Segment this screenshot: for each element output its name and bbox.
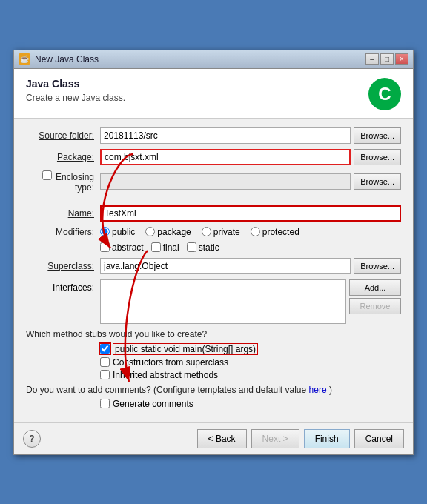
stub-main-checkbox[interactable] xyxy=(100,344,110,354)
checkbox-final[interactable] xyxy=(151,242,161,252)
modifiers-row: Modifiers: public package private protec… xyxy=(26,227,401,237)
interfaces-buttons: Add... Remove xyxy=(349,279,401,314)
remove-interface-button[interactable]: Remove xyxy=(349,298,401,314)
modifier-protected: protected xyxy=(251,227,299,237)
header-section: Java Class Create a new Java class. C xyxy=(14,69,413,119)
superclass-browse-button[interactable]: Browse... xyxy=(354,258,401,274)
modifiers-radio-group: public package private protected xyxy=(100,227,401,237)
enclosing-type-browse-button[interactable]: Browse... xyxy=(354,173,401,190)
minimize-button[interactable]: – xyxy=(365,53,379,65)
header-text: Java Class Create a new Java class. xyxy=(26,78,125,103)
add-interface-button[interactable]: Add... xyxy=(349,279,401,296)
stub-inherited-checkbox[interactable] xyxy=(100,370,110,379)
java-icon: C xyxy=(368,78,401,110)
stub-main: public static void main(String[] args) xyxy=(100,343,401,355)
enclosing-type-row: Enclosing type: Browse... xyxy=(26,170,401,193)
help-button[interactable]: ? xyxy=(23,430,41,448)
source-folder-label: Source folder: xyxy=(26,130,100,141)
modifier-private: private xyxy=(202,227,240,237)
name-row: Name: xyxy=(26,205,401,222)
package-label: Package: xyxy=(26,152,100,162)
checkbox-static[interactable] xyxy=(187,242,196,252)
divider-1 xyxy=(26,199,401,199)
comments-section: Do you want to add comments? (Configure … xyxy=(26,385,401,409)
superclass-row: Superclass: Browse... xyxy=(26,258,401,274)
back-button[interactable]: < Back xyxy=(197,429,247,448)
footer-left: ? xyxy=(23,430,41,448)
radio-private[interactable] xyxy=(202,227,211,236)
superclass-label: Superclass: xyxy=(26,261,100,271)
finish-button[interactable]: Finish xyxy=(304,429,350,448)
radio-public[interactable] xyxy=(100,227,110,236)
next-button[interactable]: Next > xyxy=(251,429,299,448)
title-bar-buttons: – □ × xyxy=(365,53,408,65)
name-label: Name: xyxy=(26,208,100,219)
dialog-title: Java Class xyxy=(26,78,125,90)
title-bar-left: ☕ New Java Class xyxy=(19,53,99,65)
name-input[interactable] xyxy=(100,205,401,222)
footer-right: < Back Next > Finish Cancel xyxy=(197,429,404,448)
modifier-final: final xyxy=(151,242,179,253)
source-folder-row: Source folder: Browse... xyxy=(26,127,401,144)
radio-protected[interactable] xyxy=(251,227,260,236)
maximize-button[interactable]: □ xyxy=(380,53,394,65)
modifiers-row2: abstract final static xyxy=(100,242,401,253)
source-folder-browse-button[interactable]: Browse... xyxy=(354,127,401,144)
modifier-abstract: abstract xyxy=(100,242,144,253)
generate-comments-checkbox[interactable] xyxy=(100,399,110,408)
stub-constructors: Constructors from superclass xyxy=(100,357,401,368)
generate-comments-row: Generate comments xyxy=(100,399,401,409)
dialog-window: ☕ New Java Class – □ × Java Class Create… xyxy=(13,50,414,455)
package-browse-button[interactable]: Browse... xyxy=(354,149,401,165)
enclosing-type-input[interactable] xyxy=(100,173,351,190)
form-content: Source folder: Browse... Package: Browse… xyxy=(14,119,413,422)
cancel-button[interactable]: Cancel xyxy=(354,429,404,448)
close-button[interactable]: × xyxy=(395,53,408,65)
radio-package[interactable] xyxy=(145,227,155,236)
modifier-package: package xyxy=(145,227,191,237)
stubs-section: Which method stubs would you like to cre… xyxy=(26,329,401,380)
generate-comments-label: Generate comments xyxy=(113,399,193,409)
modifier-static: static xyxy=(187,242,219,253)
package-row: Package: Browse... xyxy=(26,149,401,165)
dialog-subtitle: Create a new Java class. xyxy=(26,93,125,103)
comments-text: Do you want to add comments? (Configure … xyxy=(26,385,401,395)
package-input[interactable] xyxy=(100,149,351,165)
enclosing-type-label: Enclosing type: xyxy=(56,172,94,193)
interfaces-label: Interfaces: xyxy=(26,279,100,293)
window-icon: ☕ xyxy=(19,53,30,65)
enclosing-type-checkbox[interactable] xyxy=(42,170,52,180)
stubs-title: Which method stubs would you like to cre… xyxy=(26,329,401,339)
checkbox-abstract[interactable] xyxy=(100,242,110,252)
modifier-public: public xyxy=(100,227,135,237)
title-bar: ☕ New Java Class – □ × xyxy=(14,50,413,69)
interfaces-section: Interfaces: Add... Remove xyxy=(26,279,401,324)
window-title: New Java Class xyxy=(35,54,99,64)
stub-inherited: Inherited abstract methods xyxy=(100,370,401,380)
superclass-input[interactable] xyxy=(100,258,351,274)
modifiers-label: Modifiers: xyxy=(26,227,100,237)
interfaces-box xyxy=(100,279,346,324)
stubs-items: public static void main(String[] args) C… xyxy=(100,343,401,380)
stub-constructors-checkbox[interactable] xyxy=(100,357,110,367)
comments-link[interactable]: here xyxy=(309,385,327,395)
source-folder-input[interactable] xyxy=(100,127,351,144)
footer: ? < Back Next > Finish Cancel xyxy=(14,422,413,454)
